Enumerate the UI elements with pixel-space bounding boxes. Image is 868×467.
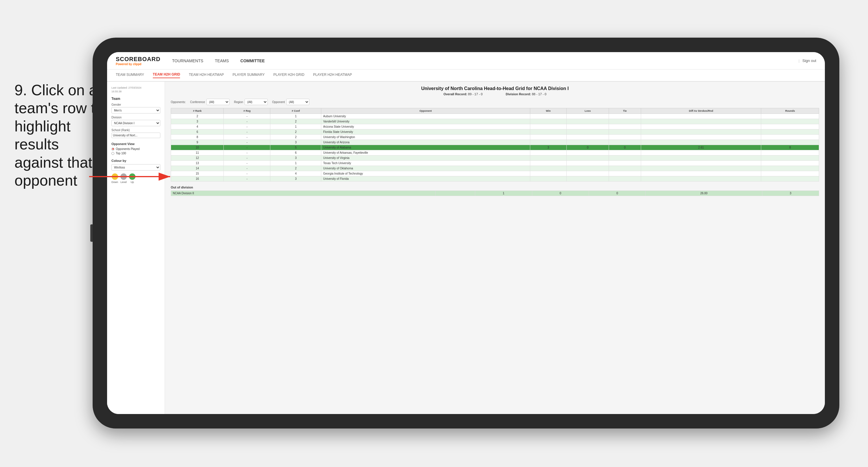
col-conf: # Conf: [270, 108, 321, 114]
legend-label-level: Level: [120, 181, 127, 183]
radio-opponents-played[interactable]: Opponents Played: [112, 147, 160, 150]
legend-label-down: Down: [112, 181, 118, 183]
nav-tournaments[interactable]: TOURNAMENTS: [172, 58, 203, 63]
brand-name: clippd: [133, 62, 141, 66]
col-tie: Tie: [609, 108, 641, 114]
ncaa-division-row[interactable]: NCAA Division II 1 0 0 26.00 3: [171, 191, 819, 196]
logo-powered: Powered by clippd: [116, 62, 160, 66]
out-of-division-table: NCAA Division II 1 0 0 26.00 3: [171, 191, 819, 196]
table-row[interactable]: 10-5University of Alabama3002.618: [171, 145, 819, 150]
col-opponent: Opponent: [321, 108, 530, 114]
col-diff: Diff Av Strokes/Rnd: [641, 108, 761, 114]
main-panel: University of North Carolina Head-to-Hea…: [165, 82, 825, 414]
opponent-filter: Opponent (All): [272, 99, 309, 105]
school-label: School (Rank): [112, 128, 160, 132]
gender-select[interactable]: Men's: [112, 107, 160, 114]
legend-circle-up: [129, 173, 135, 180]
conference-select[interactable]: (All): [206, 99, 229, 105]
gender-label: Gender: [112, 103, 160, 106]
table-row[interactable]: 9-3University of Arizona: [171, 140, 819, 145]
legend-down: Down: [112, 173, 118, 183]
nav-divider: |: [799, 58, 799, 63]
side-button: [90, 224, 93, 242]
team-section-title: Team: [112, 97, 160, 101]
region-filter: Region (All): [234, 99, 268, 105]
tablet-screen: SCOREBOARD Powered by clippd TOURNAMENTS…: [107, 52, 825, 414]
division-label: Division: [112, 116, 160, 119]
radio-top100[interactable]: Top 100: [112, 152, 160, 155]
table-row[interactable]: 2-1Auburn University: [171, 114, 819, 119]
opponents-label: Opponents:: [171, 100, 186, 104]
table-row[interactable]: 3-2Vanderbilt University: [171, 119, 819, 124]
table-row[interactable]: 6-2Florida State University: [171, 129, 819, 135]
division-select[interactable]: NCAA Division I: [112, 120, 160, 126]
radio-label-opponents: Opponents Played: [116, 147, 140, 150]
division-record: Division Record: 88 - 17 - 0: [506, 92, 547, 96]
subnav-team-summary[interactable]: TEAM SUMMARY: [116, 73, 144, 78]
colour-by-select[interactable]: Win/loss: [112, 164, 160, 171]
sidebar: Last Updated: 27/03/2024 16:55:38 Team G…: [107, 82, 165, 414]
ncaa-label: NCAA Division II: [171, 191, 436, 196]
subnav-team-h2h-grid[interactable]: TEAM H2H GRID: [153, 72, 180, 78]
logo-scoreboard: SCOREBOARD: [116, 56, 160, 62]
nav-committee[interactable]: COMMITTEE: [241, 58, 265, 63]
table-row[interactable]: 4-1Arizona State University: [171, 124, 819, 129]
region-select[interactable]: (All): [245, 99, 268, 105]
subnav-player-summary[interactable]: PLAYER SUMMARY: [233, 73, 265, 78]
legend-label-up: Up: [130, 181, 134, 183]
filter-row: Opponents: Conference (All) Region (All): [171, 99, 819, 105]
table-row[interactable]: 16-3University of Florida: [171, 176, 819, 181]
table-row[interactable]: 12-3University of Virginia: [171, 155, 819, 161]
title-area: University of North Carolina Head-to-Hea…: [171, 86, 819, 96]
top-nav: SCOREBOARD Powered by clippd TOURNAMENTS…: [107, 52, 825, 69]
nav-right: | Sign out: [799, 58, 816, 63]
radio-dot-top100: [112, 152, 114, 155]
legend-level: Level: [120, 173, 127, 183]
nav-links: TOURNAMENTS TEAMS COMMITTEE: [172, 58, 798, 63]
col-reg: # Reg: [224, 108, 270, 114]
subnav-team-h2h-heatmap[interactable]: TEAM H2H HEATMAP: [189, 73, 224, 78]
radio-label-top100: Top 100: [116, 152, 126, 155]
legend-row: Down Level Up: [112, 173, 160, 183]
out-of-division-title: Out of division: [171, 185, 819, 189]
table-row[interactable]: 13-1Texas Tech University: [171, 161, 819, 166]
subnav-player-h2h-heatmap[interactable]: PLAYER H2H HEATMAP: [313, 73, 352, 78]
sub-nav: TEAM SUMMARY TEAM H2H GRID TEAM H2H HEAT…: [107, 69, 825, 82]
col-win: Win: [530, 108, 566, 114]
colour-by-title: Colour by: [112, 159, 160, 163]
page-title: University of North Carolina Head-to-Hea…: [171, 86, 819, 91]
legend-circle-down: [112, 173, 118, 180]
overall-record: Overall Record: 89 - 17 - 0: [443, 92, 483, 96]
table-row[interactable]: 14-2University of Oklahoma: [171, 166, 819, 171]
table-row[interactable]: 15-4Georgia Institute of Technology: [171, 171, 819, 176]
last-updated: Last Updated: 27/03/2024 16:55:38: [112, 86, 160, 93]
conference-filter: Conference (All): [190, 99, 230, 105]
nav-teams[interactable]: TEAMS: [215, 58, 229, 63]
table-row[interactable]: 11-6University of Arkansas, Fayetteville: [171, 150, 819, 155]
logo-area: SCOREBOARD Powered by clippd: [116, 56, 160, 66]
main-content: Last Updated: 27/03/2024 16:55:38 Team G…: [107, 82, 825, 414]
school-display: University of Nort...: [112, 133, 160, 138]
legend-circle-level: [120, 173, 127, 180]
opponent-select[interactable]: (All): [286, 99, 309, 105]
legend-up: Up: [129, 173, 135, 183]
h2h-table: # Rank # Reg # Conf Opponent Win Loss Ti…: [171, 108, 819, 181]
radio-dot-opponents: [112, 148, 114, 150]
sign-out-link[interactable]: Sign out: [802, 58, 816, 63]
col-rounds: Rounds: [761, 108, 819, 114]
table-row[interactable]: 8-2University of Washington: [171, 135, 819, 140]
record-row: Overall Record: 89 - 17 - 0 Division Rec…: [171, 92, 819, 96]
col-rank: # Rank: [171, 108, 224, 114]
subnav-player-h2h-grid[interactable]: PLAYER H2H GRID: [274, 73, 305, 78]
col-loss: Loss: [566, 108, 609, 114]
tablet-shell: SCOREBOARD Powered by clippd TOURNAMENTS…: [93, 38, 839, 429]
opponent-view-title: Opponent View: [112, 142, 160, 146]
